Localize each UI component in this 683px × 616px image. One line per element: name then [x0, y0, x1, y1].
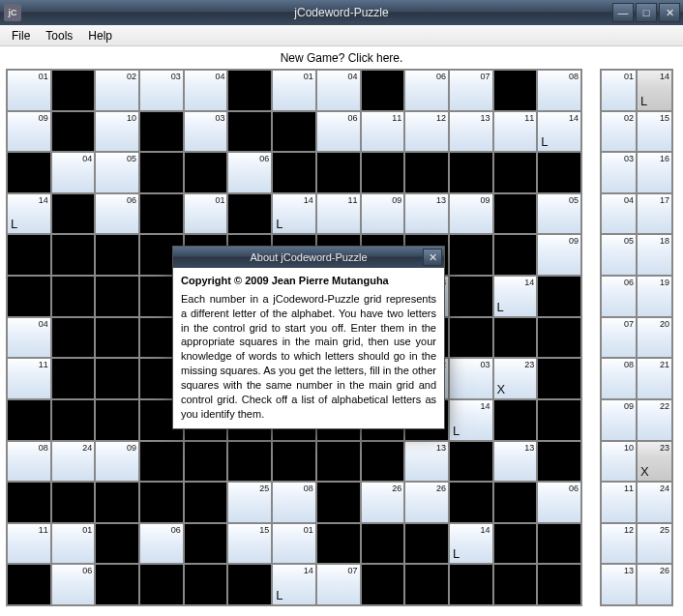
puzzle-cell[interactable]: 03	[139, 70, 184, 111]
puzzle-cell[interactable]: 05	[95, 152, 139, 193]
puzzle-cell[interactable]: 06	[537, 482, 581, 523]
puzzle-cell[interactable]: 01	[7, 70, 51, 111]
puzzle-cell[interactable]: 11	[316, 193, 361, 235]
puzzle-cell[interactable]: 07	[449, 70, 493, 111]
menu-help[interactable]: Help	[80, 27, 120, 44]
puzzle-cell[interactable]: 14L	[272, 564, 316, 605]
puzzle-cell[interactable]: 15	[227, 523, 272, 565]
control-cell[interactable]: 09	[601, 399, 637, 441]
puzzle-cell[interactable]: 01	[272, 523, 316, 565]
puzzle-cell[interactable]: 01	[51, 523, 96, 565]
close-button[interactable]: ✕	[659, 3, 680, 22]
puzzle-cell[interactable]: 06	[227, 152, 272, 193]
puzzle-cell[interactable]: 10	[95, 111, 139, 153]
control-cell[interactable]: 20	[637, 317, 672, 359]
puzzle-cell[interactable]: 09	[537, 234, 581, 276]
puzzle-cell[interactable]: 06	[316, 111, 361, 153]
black-cell	[493, 234, 538, 276]
control-cell[interactable]: 17	[637, 193, 672, 235]
control-cell[interactable]: 18	[637, 234, 672, 276]
puzzle-cell[interactable]: 09	[449, 193, 493, 235]
control-cell[interactable]: 14L	[637, 70, 672, 111]
control-cell[interactable]: 04	[601, 193, 637, 235]
puzzle-cell[interactable]: 06	[95, 193, 139, 235]
control-cell[interactable]: 12	[601, 523, 637, 565]
control-cell[interactable]: 23X	[637, 441, 672, 483]
control-cell[interactable]: 16	[637, 152, 672, 193]
puzzle-cell[interactable]: 23X	[493, 358, 538, 399]
cell-number: 11	[624, 484, 634, 493]
puzzle-cell[interactable]: 13	[449, 111, 493, 153]
puzzle-cell[interactable]: 14L	[272, 193, 316, 235]
puzzle-cell[interactable]: 04	[51, 152, 96, 193]
cell-number: 03	[481, 360, 490, 369]
puzzle-cell[interactable]: 01	[272, 70, 316, 111]
puzzle-cell[interactable]: 01	[184, 193, 228, 235]
puzzle-cell[interactable]: 11	[493, 111, 538, 153]
cell-number: 26	[392, 484, 401, 493]
puzzle-cell[interactable]: 11	[361, 111, 405, 153]
control-cell[interactable]: 01	[601, 70, 637, 111]
black-cell	[316, 441, 361, 483]
puzzle-cell[interactable]: 14L	[449, 523, 493, 565]
puzzle-cell[interactable]: 08	[272, 482, 316, 523]
puzzle-cell[interactable]: 02	[95, 70, 139, 111]
control-cell[interactable]: 02	[601, 111, 637, 153]
control-cell[interactable]: 08	[601, 358, 637, 399]
puzzle-cell[interactable]: 14L	[493, 276, 538, 317]
puzzle-cell[interactable]: 04	[316, 70, 361, 111]
puzzle-cell[interactable]: 03	[184, 111, 228, 153]
control-cell[interactable]: 19	[637, 276, 672, 317]
puzzle-cell[interactable]: 25	[227, 482, 272, 523]
control-cell[interactable]: 07	[601, 317, 637, 359]
puzzle-cell[interactable]: 11	[7, 523, 51, 565]
black-cell	[537, 152, 581, 193]
cell-number: 08	[39, 443, 48, 453]
puzzle-cell[interactable]: 13	[493, 441, 538, 483]
minimize-button[interactable]: —	[612, 3, 634, 22]
new-game-link[interactable]: New Game? Click here.	[6, 48, 677, 69]
control-cell[interactable]: 22	[637, 399, 672, 441]
puzzle-cell[interactable]: 09	[361, 193, 405, 235]
control-cell[interactable]: 13	[601, 564, 637, 605]
puzzle-cell[interactable]: 04	[7, 317, 51, 359]
cell-letter: L	[276, 588, 282, 602]
control-cell[interactable]: 25	[637, 523, 672, 565]
puzzle-cell[interactable]: 24	[51, 441, 96, 483]
control-cell[interactable]: 10	[601, 441, 637, 483]
puzzle-cell[interactable]: 07	[316, 564, 361, 605]
control-cell[interactable]: 06	[601, 276, 637, 317]
cell-number: 25	[259, 484, 269, 493]
puzzle-cell[interactable]: 14L	[449, 399, 493, 441]
puzzle-cell[interactable]: 11	[7, 358, 51, 399]
control-cell[interactable]: 15	[637, 111, 672, 153]
puzzle-cell[interactable]: 08	[537, 70, 581, 111]
about-close-button[interactable]: ✕	[423, 249, 442, 266]
puzzle-cell[interactable]: 14L	[7, 193, 51, 235]
black-cell	[537, 276, 581, 317]
puzzle-cell[interactable]: 09	[7, 111, 51, 153]
puzzle-cell[interactable]: 09	[95, 441, 139, 483]
puzzle-cell[interactable]: 14L	[537, 111, 581, 153]
puzzle-cell[interactable]: 08	[7, 441, 51, 483]
control-cell[interactable]: 21	[637, 358, 672, 399]
menu-tools[interactable]: Tools	[38, 27, 80, 44]
control-cell[interactable]: 05	[601, 234, 637, 276]
puzzle-cell[interactable]: 26	[361, 482, 405, 523]
puzzle-cell[interactable]: 13	[404, 441, 449, 483]
puzzle-cell[interactable]: 12	[404, 111, 449, 153]
menu-file[interactable]: File	[4, 27, 38, 44]
control-cell[interactable]: 03	[601, 152, 637, 193]
maximize-button[interactable]: □	[636, 3, 657, 22]
puzzle-cell[interactable]: 06	[51, 564, 96, 605]
puzzle-cell[interactable]: 13	[404, 193, 449, 235]
puzzle-cell[interactable]: 06	[139, 523, 184, 565]
puzzle-cell[interactable]: 05	[537, 193, 581, 235]
puzzle-cell[interactable]: 04	[184, 70, 228, 111]
puzzle-cell[interactable]: 03	[449, 358, 493, 399]
puzzle-cell[interactable]: 26	[404, 482, 449, 523]
control-cell[interactable]: 26	[637, 564, 672, 605]
control-cell[interactable]: 11	[601, 482, 637, 523]
puzzle-cell[interactable]: 06	[404, 70, 449, 111]
control-cell[interactable]: 24	[637, 482, 672, 523]
